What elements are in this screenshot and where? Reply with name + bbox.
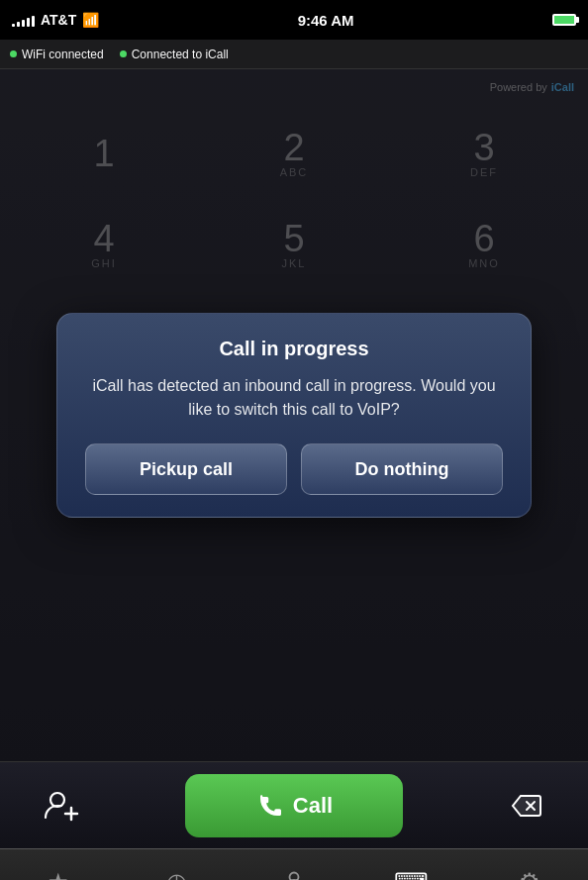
tab-favorites[interactable]: ★ Favorites [0, 849, 118, 880]
connected-bar: WiFi connected Connected to iCall [0, 40, 588, 69]
call-in-progress-modal: Call in progress iCall has detected an i… [56, 313, 532, 518]
tab-keypad[interactable]: ⌨ Keypad [352, 849, 470, 880]
wifi-icon: 📶 [82, 12, 99, 28]
battery-icon [552, 14, 576, 26]
tab-bar: ★ Favorites ◷ Recents Contacts ⌨ Keypad … [0, 848, 588, 880]
wifi-dot [10, 50, 17, 57]
icall-connected-item: Connected to iCall [120, 48, 229, 61]
icall-dot [120, 50, 127, 57]
keypad-area: Powered by iCall 1 2 ABC 3 DEF 4 GHI 5 J… [0, 69, 588, 761]
pickup-call-button[interactable]: Pickup call [85, 443, 287, 495]
contacts-icon [283, 869, 305, 881]
wifi-connected-item: WiFi connected [10, 48, 104, 61]
signal-bars-icon [12, 13, 35, 27]
recents-icon: ◷ [166, 870, 187, 881]
tab-settings[interactable]: ⚙ Settings [470, 849, 588, 880]
keypad-icon: ⌨ [394, 870, 429, 881]
call-label: Call [293, 793, 333, 819]
call-button[interactable]: Call [185, 774, 403, 837]
status-left: AT&T 📶 [12, 12, 99, 28]
modal-title: Call in progress [85, 338, 503, 360]
do-nothing-button[interactable]: Do nothing [301, 443, 503, 495]
status-time: 9:46 AM [298, 12, 354, 29]
tab-recents[interactable]: ◷ Recents [118, 849, 236, 880]
wifi-connected-label: WiFi connected [22, 48, 104, 61]
favorites-icon: ★ [48, 870, 69, 881]
settings-icon: ⚙ [519, 870, 540, 881]
delete-button[interactable] [495, 774, 558, 837]
action-bar: Call [0, 761, 588, 848]
icall-connected-label: Connected to iCall [132, 48, 229, 61]
status-bar: AT&T 📶 9:46 AM [0, 0, 588, 40]
status-right [552, 14, 576, 26]
carrier-label: AT&T [41, 12, 76, 28]
modal-buttons: Pickup call Do nothing [85, 443, 503, 495]
modal-overlay: Call in progress iCall has detected an i… [0, 69, 588, 761]
tab-contacts[interactable]: Contacts [236, 849, 353, 880]
modal-body: iCall has detected an inbound call in pr… [85, 374, 503, 422]
add-contact-button[interactable] [30, 774, 93, 837]
